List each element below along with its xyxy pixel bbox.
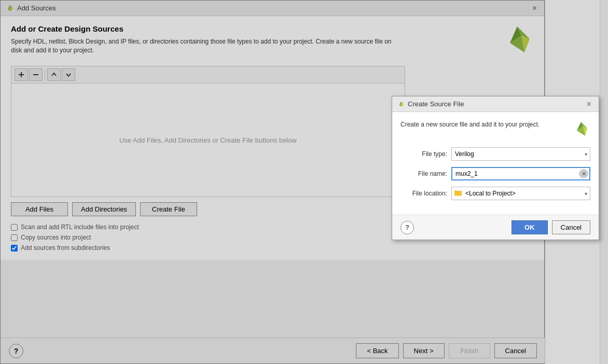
dialog-titlebar-left: Create Source File	[397, 100, 464, 108]
file-type-control: Verilog VHDL SystemVerilog ▾	[451, 147, 590, 161]
dialog-header: Create a new source file and add it to y…	[400, 120, 590, 139]
dialog-cancel-button[interactable]: Cancel	[552, 220, 590, 234]
file-location-label: File location:	[400, 190, 447, 197]
file-location-row: File location: <Local to Project> ▾	[400, 187, 590, 200]
file-name-input[interactable]	[451, 167, 590, 180]
file-name-row: File name: ✕	[400, 167, 590, 180]
file-type-row: File type: Verilog VHDL SystemVerilog ▾	[400, 147, 590, 161]
dialog-footer: ? OK Cancel	[392, 215, 599, 240]
dialog-help-button[interactable]: ?	[400, 221, 414, 234]
file-location-select[interactable]: <Local to Project>	[451, 187, 590, 200]
file-name-control: ✕	[451, 167, 590, 180]
file-location-control: <Local to Project> ▾	[451, 187, 590, 200]
dialog-title: Create Source File	[408, 100, 464, 108]
dialog-content: Create a new source file and add it to y…	[392, 112, 599, 215]
dialog-action-buttons: OK Cancel	[512, 220, 590, 234]
file-name-label: File name:	[400, 170, 447, 177]
create-source-dialog: Create Source File × Create a new source…	[392, 96, 599, 240]
scrollbar[interactable]	[600, 0, 608, 364]
dialog-header-text: Create a new source file and add it to y…	[400, 120, 540, 129]
dialog-app-icon	[397, 101, 405, 108]
file-type-select[interactable]: Verilog VHDL SystemVerilog	[451, 147, 590, 161]
dialog-logo	[572, 120, 590, 139]
dialog-titlebar: Create Source File ×	[392, 96, 599, 112]
dialog-ok-button[interactable]: OK	[512, 220, 548, 234]
file-type-label: File type:	[400, 150, 447, 158]
dialog-close-button[interactable]: ×	[585, 99, 593, 110]
file-name-clear-button[interactable]: ✕	[579, 169, 588, 178]
